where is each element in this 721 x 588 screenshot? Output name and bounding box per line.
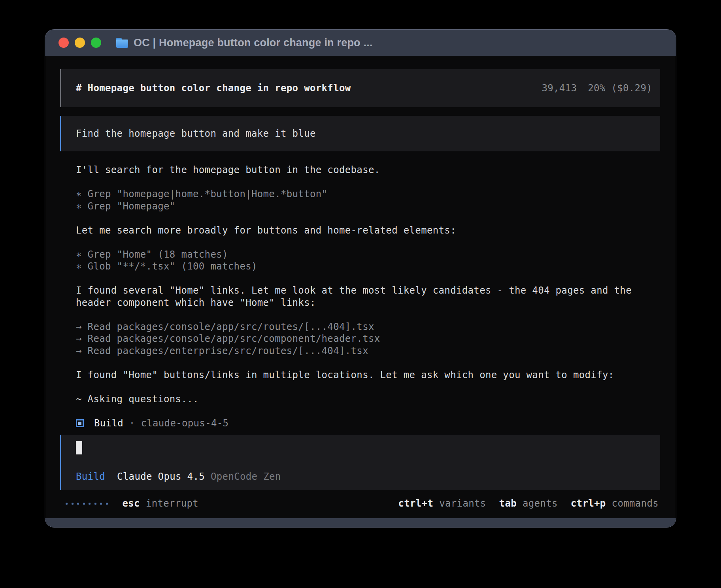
token-count: 39,413 (542, 83, 577, 94)
tool-call-read: → Read packages/console/app/src/componen… (76, 333, 660, 345)
user-message-text: Find the homepage button and make it blu… (76, 128, 316, 139)
context-cost: 20% ($0.29) (588, 83, 652, 94)
transcript-status-line: ~ Asking questions... (76, 393, 660, 405)
spinner-dot (94, 503, 96, 505)
separator-dot: · (123, 418, 141, 429)
transcript-line: I'll search for the homepage button in t… (76, 164, 660, 176)
status-bar: esc interrupt ctrl+t variants tab agents… (60, 497, 660, 510)
tool-call-grep: ∗ Grep "Home" (18 matches) (76, 249, 660, 261)
shortcut-key-esc: esc (123, 498, 140, 509)
spinner-dot (66, 503, 68, 505)
session-title: # Homepage button color change in repo w… (76, 83, 351, 94)
build-agent-icon (76, 419, 84, 427)
transcript-line: Let me search more broadly for buttons a… (76, 224, 660, 237)
transcript-blank (76, 176, 660, 188)
spinner-dot (72, 503, 74, 505)
shortcut-label: commands (612, 498, 659, 509)
terminal-content: # Homepage button color change in repo w… (45, 56, 676, 518)
activity-spinner-dots (66, 503, 108, 505)
transcript-blank (76, 273, 660, 285)
spinner-dot (100, 503, 102, 505)
prompt-input[interactable]: Build Claude Opus 4.5 OpenCode Zen (60, 435, 660, 490)
transcript-line: I found "Home" buttons/links in multiple… (76, 369, 660, 381)
maximize-button[interactable] (91, 38, 101, 48)
spinner-dot (89, 503, 91, 505)
traffic-lights (59, 38, 101, 48)
input-agent-label[interactable]: Build (76, 471, 105, 482)
status-bar-right: ctrl+t variants tab agents ctrl+p comman… (398, 498, 659, 509)
assistant-transcript: I'll search for the homepage button in t… (60, 164, 660, 405)
transcript-blank (76, 236, 660, 249)
tool-call-grep: ∗ Grep "homepage|home.*button|Home.*butt… (76, 188, 660, 200)
shortcut-label: agents (523, 498, 558, 509)
input-provider-label: OpenCode Zen (211, 471, 281, 482)
window-title: OC | Homepage button color change in rep… (134, 37, 373, 49)
transcript-blank (76, 357, 660, 369)
shortcut-agents: tab agents (499, 498, 558, 509)
spinner-dot (83, 503, 85, 505)
input-model-label[interactable]: Claude Opus 4.5 (117, 471, 205, 482)
input-meta-row: Build Claude Opus 4.5 OpenCode Zen (76, 471, 652, 482)
tool-call-read: → Read packages/enterprise/src/routes/[.… (76, 345, 660, 357)
tool-call-glob: ∗ Glob "**/*.tsx" (100 matches) (76, 260, 660, 273)
shortcut-label: variants (439, 498, 486, 509)
session-header: # Homepage button color change in repo w… (60, 69, 660, 107)
window-titlebar: OC | Homepage button color change in rep… (45, 30, 676, 56)
transcript-blank (76, 309, 660, 321)
shortcut-key: ctrl+t (398, 498, 433, 509)
agent-status-line: Build · claude-opus-4-5 (60, 417, 660, 430)
window-bottom-edge (45, 518, 676, 527)
minimize-button[interactable] (75, 38, 85, 48)
shortcut-key: ctrl+p (571, 498, 606, 509)
shortcut-key: tab (499, 498, 517, 509)
folder-icon (116, 38, 128, 48)
tool-call-read: → Read packages/console/app/src/routes/[… (76, 321, 660, 333)
spinner-dot (106, 503, 108, 505)
spinner-dot (77, 503, 79, 505)
agent-name: Build (94, 418, 123, 429)
status-bar-left: esc interrupt (66, 498, 198, 509)
terminal-window: OC | Homepage button color change in rep… (45, 29, 676, 528)
close-button[interactable] (59, 38, 69, 48)
transcript-blank (76, 381, 660, 393)
transcript-line: header component which have "Home" links… (76, 297, 660, 309)
user-message: Find the homepage button and make it blu… (60, 116, 660, 151)
shortcut-label-interrupt: interrupt (146, 498, 198, 509)
shortcut-commands: ctrl+p commands (571, 498, 659, 509)
text-cursor (76, 441, 82, 454)
shortcut-variants: ctrl+t variants (398, 498, 486, 509)
window-title-area: OC | Homepage button color change in rep… (116, 37, 373, 49)
transcript-line: I found several "Home" links. Let me loo… (76, 285, 660, 297)
tool-call-grep: ∗ Grep "Homepage" (76, 200, 660, 213)
agent-model: claude-opus-4-5 (141, 418, 228, 429)
transcript-blank (76, 212, 660, 224)
session-stats: 39,413 20% ($0.29) (542, 83, 652, 94)
